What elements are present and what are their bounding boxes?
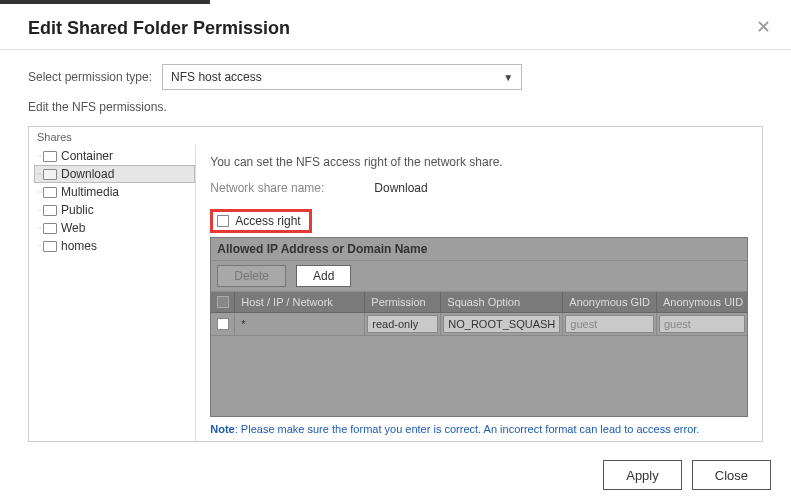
tree-connector-icon: ‧‧: [37, 242, 41, 251]
tree-item-label: Container: [61, 149, 113, 163]
tree-item-container[interactable]: ‧‧ Container: [35, 147, 195, 165]
row-agid-cell[interactable]: guest: [563, 313, 657, 335]
row-auid-cell[interactable]: guest: [657, 313, 747, 335]
tree-item-label: Web: [61, 221, 85, 235]
permission-type-row: Select permission type: NFS host access …: [28, 64, 763, 90]
delete-button[interactable]: Delete: [217, 265, 286, 287]
permission-type-label: Select permission type:: [28, 70, 152, 84]
row-permission-value: read-only: [367, 315, 438, 333]
close-button[interactable]: Close: [692, 460, 771, 490]
col-header-anonymous-gid[interactable]: Anonymous GID: [563, 292, 657, 312]
content: Select permission type: NFS host access …: [0, 50, 791, 452]
col-header-checkbox: [211, 292, 235, 312]
select-all-checkbox[interactable]: [217, 296, 229, 308]
grid-title: Allowed IP Address or Domain Name: [211, 238, 747, 261]
col-header-permission[interactable]: Permission: [365, 292, 441, 312]
note-text: Note: Please make sure the format you en…: [210, 417, 748, 435]
title-row: Edit Shared Folder Permission ✕: [0, 4, 791, 49]
grid-column-headers: Host / IP / Network Permission Squash Op…: [211, 292, 747, 313]
tree-connector-icon: ‧‧: [37, 152, 41, 161]
folder-icon: [43, 169, 57, 180]
footer: Apply Close: [603, 460, 771, 490]
dialog: Edit Shared Folder Permission ✕ Select p…: [0, 0, 791, 500]
tree-item-download[interactable]: ‧‧ Download: [34, 165, 195, 183]
close-icon[interactable]: ✕: [756, 18, 771, 36]
chevron-down-icon: ▼: [503, 72, 513, 83]
note-body: : Please make sure the format you enter …: [235, 423, 700, 435]
tree-connector-icon: ‧‧: [37, 224, 41, 233]
shares-body: ‧‧ Container ‧‧ Download ‧‧ Multimedia: [29, 145, 762, 441]
row-host-cell[interactable]: *: [235, 313, 365, 335]
col-header-host[interactable]: Host / IP / Network: [235, 292, 365, 312]
tree-item-label: Download: [61, 167, 114, 181]
tree-connector-icon: ‧‧: [37, 188, 41, 197]
row-checkbox-cell: [211, 313, 235, 335]
row-agid-value: guest: [565, 315, 654, 333]
grid-toolbar: Delete Add: [211, 261, 747, 292]
col-header-squash[interactable]: Squash Option: [441, 292, 563, 312]
apply-button[interactable]: Apply: [603, 460, 682, 490]
permission-subtext: Edit the NFS permissions.: [28, 100, 763, 114]
tree-connector-icon: ‧‧: [37, 206, 41, 215]
table-row[interactable]: * read-only NO_ROOT_SQUASH guest: [211, 313, 747, 336]
access-right-label: Access right: [235, 214, 300, 228]
permission-type-value: NFS host access: [171, 70, 262, 84]
network-share-name-label: Network share name:: [210, 181, 324, 195]
network-share-name-value: Download: [374, 181, 427, 195]
tree-item-public[interactable]: ‧‧ Public: [35, 201, 195, 219]
row-permission-cell[interactable]: read-only: [365, 313, 441, 335]
shares-panel-label: Shares: [29, 127, 762, 145]
tree-item-homes[interactable]: ‧‧ homes: [35, 237, 195, 255]
access-right-highlight: Access right: [210, 209, 311, 233]
row-checkbox[interactable]: [217, 318, 229, 330]
row-auid-value: guest: [659, 315, 745, 333]
tree-item-label: homes: [61, 239, 97, 253]
row-host-value: *: [237, 318, 249, 330]
folder-icon: [43, 151, 57, 162]
folder-icon: [43, 241, 57, 252]
tree-item-web[interactable]: ‧‧ Web: [35, 219, 195, 237]
tree-item-multimedia[interactable]: ‧‧ Multimedia: [35, 183, 195, 201]
tree-item-label: Public: [61, 203, 94, 217]
permission-type-dropdown[interactable]: NFS host access ▼: [162, 64, 522, 90]
row-squash-value: NO_ROOT_SQUASH: [443, 315, 560, 333]
dialog-title: Edit Shared Folder Permission: [28, 18, 290, 39]
folder-icon: [43, 223, 57, 234]
folder-icon: [43, 205, 57, 216]
grid-empty-area: [211, 336, 747, 416]
right-pane-intro: You can set the NFS access right of the …: [210, 155, 748, 169]
note-prefix: Note: [210, 423, 234, 435]
network-share-name-row: Network share name: Download: [210, 181, 748, 195]
tree-item-label: Multimedia: [61, 185, 119, 199]
shares-tree: ‧‧ Container ‧‧ Download ‧‧ Multimedia: [29, 145, 196, 441]
col-header-anonymous-uid[interactable]: Anonymous UID: [657, 292, 747, 312]
folder-icon: [43, 187, 57, 198]
shares-panel: Shares ‧‧ Container ‧‧ Download ‧‧: [28, 126, 763, 442]
row-squash-cell[interactable]: NO_ROOT_SQUASH: [441, 313, 563, 335]
add-button[interactable]: Add: [296, 265, 351, 287]
tree-connector-icon: ‧‧: [37, 170, 41, 179]
right-pane: You can set the NFS access right of the …: [196, 145, 762, 441]
allowed-ip-grid: Allowed IP Address or Domain Name Delete…: [210, 237, 748, 417]
access-right-checkbox[interactable]: [217, 215, 229, 227]
